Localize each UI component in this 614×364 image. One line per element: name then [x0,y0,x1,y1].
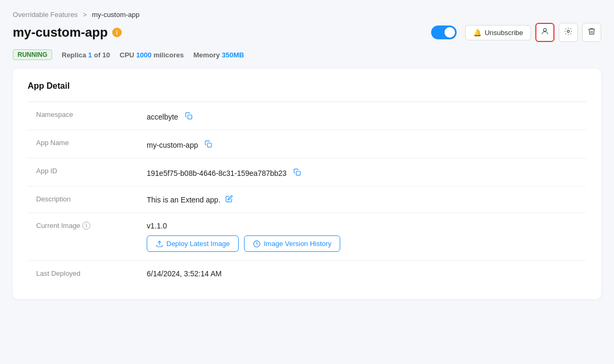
replica-info: Replica 1 of 10 [62,51,110,59]
bell-icon: 🔔 [473,29,482,37]
app-info-icon[interactable]: i [112,28,122,37]
value-description: This is an Extend app. [134,187,586,213]
person-icon [541,27,549,38]
label-last-deployed: Last Deployed [28,261,134,287]
label-appname: App Name [28,130,134,158]
svg-rect-3 [208,143,212,147]
label-description: Description [28,187,134,213]
deploy-latest-label: Deploy Latest Image [166,240,230,248]
label-namespace: Namespace [28,102,134,130]
value-current-image: v1.1.0 Deploy Latest Image [134,213,586,261]
svg-rect-2 [188,115,192,119]
value-last-deployed: 6/14/2024, 3:52:14 AM [134,261,586,287]
card-title: App Detail [28,81,586,91]
app-meta: RUNNING Replica 1 of 10 CPU 1000 milicor… [13,49,601,60]
table-row: Description This is an Extend app. [28,187,586,213]
copy-appname-button[interactable] [203,139,214,149]
status-badge: RUNNING [13,49,52,60]
settings-button[interactable] [559,23,578,42]
header-actions: 🔔 Unsubscribe [431,23,601,42]
image-actions: Deploy Latest Image Image Version Histor… [147,235,580,252]
deploy-latest-button[interactable]: Deploy Latest Image [147,235,239,252]
app-toggle[interactable] [431,26,457,39]
value-namespace: accelbyte [134,102,586,130]
copy-namespace-button[interactable] [183,111,194,121]
breadcrumb: Overridable Features > my-custom-app [13,11,601,19]
value-appid: 191e5f75-b08b-4646-8c31-159ea787bb23 [134,158,586,187]
copy-appid-button[interactable] [292,167,302,177]
app-title: my-custom-app [13,25,108,40]
detail-table: Namespace accelbyte App Name my-c [28,101,586,286]
table-row: App Name my-custom-app [28,130,586,158]
edit-description-button[interactable] [225,196,233,204]
gear-icon [564,27,573,38]
table-row: Current Image i v1.1.0 Deploy Latest Ima… [28,213,586,261]
person-button[interactable] [535,23,554,42]
unsubscribe-label: Unsubscribe [485,29,523,37]
current-image-info-icon[interactable]: i [82,222,90,230]
image-version-history-button[interactable]: Image Version History [244,235,340,252]
app-title-row: my-custom-app i [13,25,122,40]
breadcrumb-separator: > [83,11,87,19]
svg-point-0 [543,29,546,31]
breadcrumb-parent[interactable]: Overridable Features [13,11,78,19]
cpu-info: CPU 1000 milicores [120,51,184,59]
label-current-image: Current Image i [28,213,134,261]
app-detail-card: App Detail Namespace accelbyte [13,69,601,299]
unsubscribe-button[interactable]: 🔔 Unsubscribe [465,25,531,40]
label-appid: App ID [28,158,134,187]
table-row: Last Deployed 6/14/2024, 3:52:14 AM [28,261,586,287]
svg-point-1 [567,30,569,32]
breadcrumb-current: my-custom-app [92,11,140,19]
memory-info: Memory 350MB [194,51,244,59]
svg-rect-4 [296,171,300,175]
table-row: App ID 191e5f75-b08b-4646-8c31-159ea787b… [28,158,586,187]
value-appname: my-custom-app [134,130,586,158]
table-row: Namespace accelbyte [28,102,586,130]
app-header: my-custom-app i 🔔 Unsubscribe [13,23,601,42]
image-version-history-label: Image Version History [264,240,331,248]
delete-button[interactable] [582,23,601,42]
trash-icon [587,27,596,38]
